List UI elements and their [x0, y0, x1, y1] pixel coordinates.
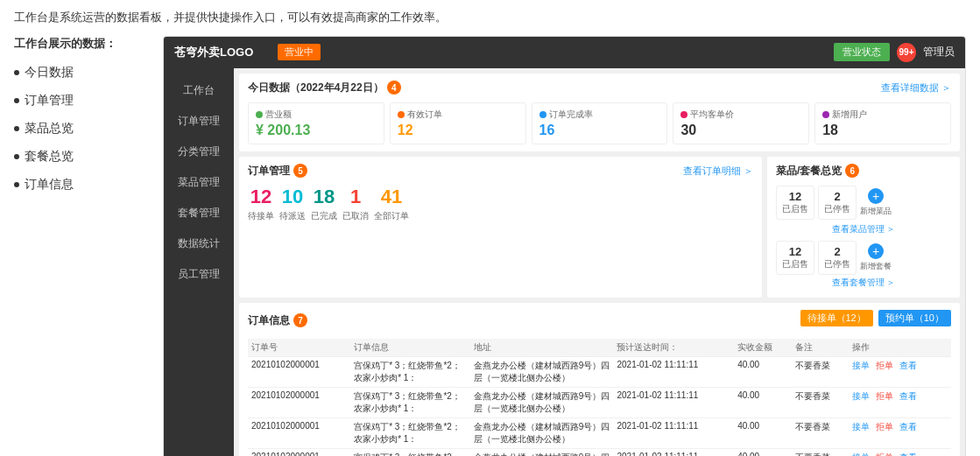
cell-time: 2021-01-02 11:11:11: [613, 448, 734, 456]
sidebar-item-dishes[interactable]: 菜品管理: [164, 167, 234, 198]
action-view[interactable]: 查看: [899, 361, 917, 370]
status-badge[interactable]: 营业中: [278, 44, 321, 60]
app-topbar: 苍穹外卖LOGO 营业中 营业状态 99+ 管理员: [164, 37, 965, 68]
view-combo-link[interactable]: 查看套餐管理 ＞: [776, 275, 951, 291]
order-info-section: 订单信息 7 待接单（12） 预约单（10） 订单号: [239, 303, 960, 456]
order-mgmt-badge: 5: [293, 164, 307, 178]
bullet-dot: [14, 182, 19, 187]
stat-dot-revenue: [256, 111, 263, 118]
action-view[interactable]: 查看: [899, 422, 917, 431]
today-title: 今日数据（2022年4月22日） 4: [248, 81, 401, 95]
stat-label-avg: 平均客单价: [680, 109, 801, 121]
stat-label-completion: 订单完成率: [539, 109, 660, 121]
add-dish-cell[interactable]: + 新增菜品: [860, 188, 892, 217]
notification-badge[interactable]: 99+: [897, 43, 916, 62]
cell-note: 不要香菜: [792, 448, 850, 456]
cell-actions: 接单 拒单 查看: [849, 448, 951, 456]
app-body: 工作台 订单管理 分类管理 菜品管理 套餐管理 数据统计 员工管理 今日数据（2…: [164, 68, 965, 456]
today-badge: 4: [387, 81, 401, 95]
order-mgmt-link[interactable]: 查看订单明细 ＞: [683, 165, 753, 178]
action-reject[interactable]: 拒单: [876, 452, 893, 456]
add-combo-button[interactable]: +: [868, 243, 884, 259]
table-row: 20210102000001 宫保鸡丁* 3；红烧带鱼*2；农家小炒肉* 1： …: [248, 356, 951, 387]
app-logo: 苍穹外卖LOGO: [174, 45, 271, 60]
table-row: 20210102000001 宫保鸡丁* 3；红烧带鱼*2；农家小炒肉* 1： …: [248, 417, 951, 448]
action-reject[interactable]: 拒单: [876, 361, 893, 370]
bullet-item-today: 今日数据: [14, 59, 145, 87]
add-dish-button[interactable]: +: [868, 188, 884, 204]
stat-revenue: 营业额 ¥ 200.13: [248, 102, 384, 144]
app-main: 今日数据（2022年4月22日） 4 查看详细数据 ＞ 营业额: [234, 68, 965, 456]
stat-value-completion: 16: [539, 123, 660, 138]
dish-active-count: 12 已启售: [776, 186, 814, 220]
action-view[interactable]: 查看: [899, 391, 917, 401]
sidebar-item-staff[interactable]: 员工管理: [164, 259, 234, 290]
col-amount: 实收金额: [734, 339, 792, 357]
action-reject[interactable]: 拒单: [876, 391, 893, 401]
topbar-right: 营业状态 99+ 管理员: [834, 43, 955, 62]
cell-note: 不要香菜: [792, 356, 850, 387]
bullet-dot: [14, 154, 19, 159]
view-dish-link[interactable]: 查看菜品管理 ＞: [776, 221, 951, 237]
cell-info: 宫保鸡丁* 3；红烧带鱼*2；农家小炒肉* 1：: [350, 448, 469, 456]
action-accept[interactable]: 接单: [852, 422, 870, 431]
col-actions: 操作: [849, 339, 951, 357]
order-table: 订单号 订单信息 地址 预计送达时间： 实收金额 备注 操作: [248, 339, 951, 456]
cell-info: 宫保鸡丁* 3；红烧带鱼*2；农家小炒肉* 1：: [350, 417, 469, 448]
cell-actions: 接单 拒单 查看: [849, 387, 951, 417]
action-accept[interactable]: 接单: [852, 391, 870, 401]
cell-amount: 40.00: [734, 356, 792, 387]
bullet-item-dish: 菜品总览: [14, 115, 145, 143]
stat-value-avg: 30: [680, 123, 801, 138]
bullet-list: 今日数据 订单管理 菜品总览 套餐总览 订单信息: [14, 59, 145, 199]
dish-row1: 12 已启售 2 已停售 + 新增菜品: [776, 186, 951, 220]
bullet-item-order: 订单管理: [14, 87, 145, 115]
cell-info: 宫保鸡丁* 3；红烧带鱼*2；农家小炒肉* 1：: [350, 356, 469, 387]
bullet-item-combo: 套餐总览: [14, 143, 145, 171]
order-status-row: 12 待接单 10 待派送 18 已完成: [248, 186, 753, 222]
action-accept[interactable]: 接单: [852, 361, 870, 370]
sidebar-item-stats[interactable]: 数据统计: [164, 228, 234, 259]
today-stats: 营业额 ¥ 200.13 有效订单 12: [248, 102, 951, 144]
intro-line1: 工作台是系统运营的数据看板，并提供快捷操作入口，可以有效提高商家的工作效率。: [14, 11, 447, 24]
order-table-header: 订单号 订单信息 地址 预计送达时间： 实收金额 备注 操作: [248, 339, 951, 357]
cell-address: 金燕龙办公楼（建材城西路9号）四层（一览楼北侧办公楼）: [470, 387, 614, 417]
cell-time: 2021-01-02 11:11:11: [613, 387, 734, 417]
sidebar-item-categories[interactable]: 分类管理: [164, 137, 234, 167]
stat-completion-rate: 订单完成率 16: [532, 102, 668, 144]
bullet-dot: [14, 126, 19, 131]
combo-row: 12 已启售 2 已停售 + 新增套餐: [776, 241, 951, 275]
bullet-item-orderinfo: 订单信息: [14, 171, 145, 199]
sidebar-item-combos[interactable]: 套餐管理: [164, 198, 234, 228]
stat-label-effective: 有效订单: [398, 109, 518, 121]
col-time: 预计送达时间：: [613, 339, 734, 357]
stat-label-revenue: 营业额: [256, 109, 377, 121]
action-accept[interactable]: 接单: [852, 452, 870, 456]
today-link[interactable]: 查看详细数据 ＞: [881, 81, 951, 95]
cell-time: 2021-01-02 11:11:11: [613, 417, 734, 448]
sidebar-item-orders[interactable]: 订单管理: [164, 106, 234, 137]
cell-amount: 40.00: [734, 417, 792, 448]
dish-overview-title: 菜品/套餐总览 6: [776, 164, 859, 179]
col-id: 订单号: [248, 339, 350, 357]
cell-note: 不要香菜: [792, 387, 850, 417]
cell-id: 20210102000001: [248, 417, 350, 448]
cell-time: 2021-01-02 11:11:11: [613, 356, 734, 387]
table-row: 20210102000001 宫保鸡丁* 3；红烧带鱼*2；农家小炒肉* 1： …: [248, 448, 951, 456]
stat-avg-order: 平均客单价 30: [673, 102, 809, 144]
bullet-dot: [14, 98, 19, 103]
business-status-button[interactable]: 营业状态: [834, 43, 890, 61]
stat-value-newusers: 18: [822, 123, 943, 138]
action-reject[interactable]: 拒单: [876, 422, 893, 431]
tab-reservation[interactable]: 预约单（10）: [878, 310, 951, 326]
sidebar-item-workbench[interactable]: 工作台: [164, 75, 234, 106]
add-combo-cell[interactable]: + 新增套餐: [860, 243, 892, 272]
order-mgmt-title: 订单管理 5: [248, 164, 307, 179]
left-panel: 工作台展示的数据： 今日数据 订单管理 菜品总览 套餐总览: [14, 36, 145, 456]
stat-value-revenue: ¥ 200.13: [256, 123, 377, 138]
order-info-header: 订单信息 7 待接单（12） 预约单（10）: [248, 310, 951, 332]
action-view[interactable]: 查看: [899, 452, 917, 456]
dish-overview-badge: 6: [845, 164, 859, 178]
tab-pending[interactable]: 待接单（12）: [800, 310, 873, 326]
order-mgmt-section: 订单管理 5 查看订单明细 ＞ 12 待接单: [239, 157, 762, 298]
